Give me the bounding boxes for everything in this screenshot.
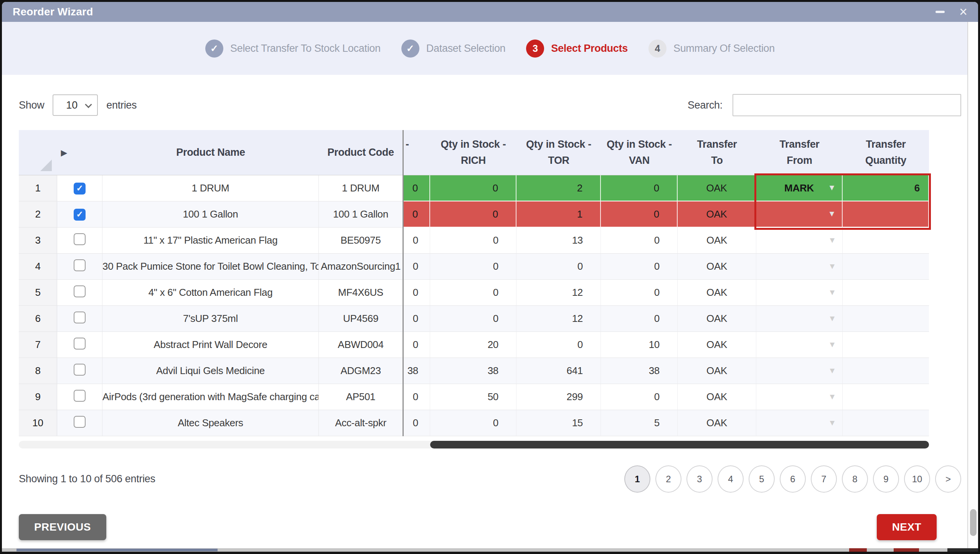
qty-rich-cell: 0 (430, 228, 516, 254)
wizard-step[interactable]: ✓Dataset Selection (401, 40, 506, 58)
page-button[interactable]: 3 (686, 465, 713, 493)
transfer-from-dropdown[interactable]: MARK▼ (756, 175, 843, 201)
product-name-cell: Altec Speakers (102, 410, 319, 436)
background-scrollbar-segment (16, 549, 218, 551)
horizontal-scrollbar[interactable] (19, 441, 929, 448)
qty-rich-cell: 0 (430, 306, 516, 332)
transfer-quantity-cell[interactable] (843, 201, 929, 228)
product-code-cell: BE50975 (319, 228, 403, 254)
search-label: Search: (688, 99, 723, 111)
qty-tor-cell: 12 (516, 306, 601, 332)
horizontal-scrollbar-thumb[interactable] (430, 441, 929, 448)
transfer-from-dropdown[interactable]: ▼ (756, 280, 843, 306)
transfer-from-dropdown[interactable]: ▼ (756, 358, 843, 384)
col-product-code[interactable]: Product Code (319, 130, 403, 175)
page-button[interactable]: 8 (842, 465, 868, 493)
transfer-quantity-cell[interactable] (843, 228, 929, 254)
page-button[interactable]: 2 (655, 465, 681, 493)
row-checkbox[interactable] (74, 312, 86, 323)
step-number: 4 (648, 40, 667, 58)
row-checkbox[interactable] (74, 259, 86, 271)
transfer-quantity-cell[interactable] (843, 254, 929, 280)
row-checkbox[interactable] (74, 390, 86, 402)
transfer-quantity-cell[interactable]: 6 (843, 175, 929, 201)
step-label: Summary Of Selection (673, 43, 775, 54)
row-number-cell: 8 (19, 358, 57, 384)
qty-oak-cell: 0 (403, 306, 430, 332)
vertical-scrollbar[interactable] (967, 22, 978, 548)
col-qty-oak[interactable]: - (403, 130, 430, 175)
transfer-from-dropdown[interactable]: ▼ (756, 201, 843, 228)
row-number-cell: 10 (19, 410, 57, 436)
chevron-down-icon: ▼ (828, 392, 836, 401)
col-transfer-quantity[interactable]: Transfer Quantity (843, 130, 929, 175)
row-select-cell (57, 384, 102, 410)
chevron-down-icon: ▼ (828, 366, 836, 375)
next-button[interactable]: NEXT (877, 514, 937, 540)
col-transfer-from[interactable]: Transfer From (756, 130, 843, 175)
page-button[interactable]: 6 (780, 465, 806, 493)
page-button[interactable]: 5 (749, 465, 775, 493)
products-table: ▶ Product Name Product Code - Qty in Sto… (19, 130, 929, 436)
reorder-wizard-dialog: Reorder Wizard × ✓Select Transfer To Sto… (2, 2, 978, 548)
row-select-cell (57, 410, 102, 436)
transfer-from-dropdown[interactable]: ▼ (756, 306, 843, 332)
transfer-to-cell: OAK (678, 358, 756, 384)
chevron-down-icon: ▼ (828, 183, 836, 192)
col-qty-rich[interactable]: Qty in Stock - RICH (430, 130, 516, 175)
search-input[interactable] (733, 94, 961, 116)
qty-tor-cell: 0 (516, 332, 601, 358)
vertical-scrollbar-thumb[interactable] (970, 509, 977, 536)
row-checkbox[interactable] (74, 233, 86, 245)
col-transfer-to[interactable]: Transfer To (678, 130, 756, 175)
row-number-cell: 4 (19, 254, 57, 280)
row-checkbox[interactable]: ✓ (74, 209, 86, 221)
col-select[interactable]: ▶ (57, 130, 102, 175)
page-button[interactable]: 7 (811, 465, 837, 493)
wizard-step[interactable]: 4Summary Of Selection (648, 40, 775, 58)
col-row-number (19, 130, 57, 175)
product-code-cell: ADGM23 (319, 358, 403, 384)
col-qty-tor[interactable]: Qty in Stock - TOR (516, 130, 601, 175)
col-qty-van[interactable]: Qty in Stock - VAN (601, 130, 678, 175)
corner-resize-triangle (40, 160, 52, 171)
transfer-to-cell: OAK (678, 384, 756, 410)
page-button[interactable]: 9 (873, 465, 899, 493)
product-code-cell: UP4569 (319, 306, 403, 332)
close-button[interactable]: × (959, 5, 967, 19)
transfer-quantity-cell[interactable] (843, 410, 929, 436)
chevron-down-icon: ▼ (828, 418, 836, 427)
transfer-quantity-cell[interactable] (843, 358, 929, 384)
row-checkbox[interactable]: ✓ (74, 183, 86, 195)
transfer-from-dropdown[interactable]: ▼ (756, 332, 843, 358)
transfer-from-dropdown[interactable]: ▼ (756, 228, 843, 254)
wizard-step[interactable]: ✓Select Transfer To Stock Location (205, 40, 381, 58)
page-button[interactable]: 10 (904, 465, 930, 493)
transfer-from-dropdown[interactable]: ▼ (756, 384, 843, 410)
qty-van-cell: 10 (601, 332, 678, 358)
transfer-quantity-cell[interactable] (843, 384, 929, 410)
product-code-cell: ABWD004 (319, 332, 403, 358)
transfer-quantity-cell[interactable] (843, 306, 929, 332)
row-select-cell (57, 228, 102, 254)
col-product-name[interactable]: Product Name (102, 130, 319, 175)
window-title: Reorder Wizard (13, 6, 93, 18)
product-name-cell: 1 DRUM (102, 175, 319, 201)
transfer-quantity-cell[interactable] (843, 332, 929, 358)
transfer-from-dropdown[interactable]: ▼ (756, 254, 843, 280)
page-size-select[interactable]: 10 (53, 94, 98, 116)
page-button[interactable]: 1 (624, 465, 650, 493)
row-checkbox[interactable] (74, 285, 86, 297)
row-checkbox[interactable] (74, 364, 86, 376)
row-checkbox[interactable] (74, 338, 86, 350)
product-name-cell: 7'sUP 375ml (102, 306, 319, 332)
row-number-cell: 5 (19, 280, 57, 306)
transfer-quantity-cell[interactable] (843, 280, 929, 306)
previous-button[interactable]: PREVIOUS (19, 514, 106, 540)
page-button[interactable]: 4 (718, 465, 744, 493)
minimize-button[interactable] (935, 5, 945, 19)
next-page-button[interactable]: > (935, 465, 961, 493)
transfer-from-dropdown[interactable]: ▼ (756, 410, 843, 436)
row-checkbox[interactable] (74, 416, 86, 428)
wizard-step[interactable]: 3Select Products (526, 40, 628, 58)
